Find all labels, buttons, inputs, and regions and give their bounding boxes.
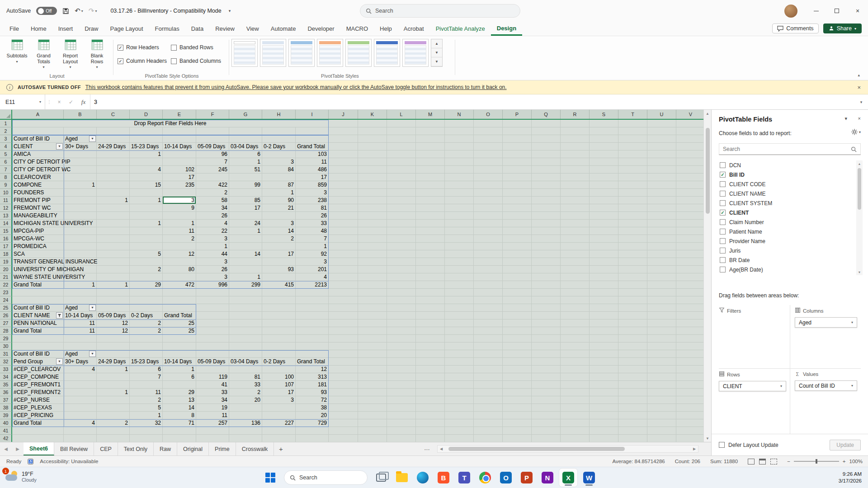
- cell-J18[interactable]: [329, 250, 358, 258]
- cell-B38[interactable]: [64, 404, 97, 412]
- row-header-41[interactable]: 41: [0, 427, 12, 435]
- pivot-style-swatch[interactable]: [288, 39, 315, 67]
- ribbon-tab-acrobat[interactable]: Acrobat: [398, 22, 430, 36]
- cell-I2[interactable]: [296, 127, 329, 135]
- cell-T36[interactable]: [618, 389, 647, 396]
- cell-O10[interactable]: [474, 189, 503, 197]
- cell-B24[interactable]: [64, 296, 97, 304]
- cell-R11[interactable]: [561, 197, 590, 204]
- cell-F8[interactable]: [196, 174, 229, 181]
- cell-L35[interactable]: [387, 381, 416, 389]
- field-dropdown-icon[interactable]: ▼: [89, 305, 96, 311]
- cell-N41[interactable]: [445, 427, 474, 435]
- cell-F19[interactable]: 3: [196, 258, 229, 266]
- row-header-7[interactable]: 7: [0, 166, 12, 174]
- column-header-V[interactable]: V: [676, 110, 703, 119]
- cell-H29[interactable]: [262, 335, 296, 343]
- cell-B10[interactable]: [64, 189, 97, 197]
- field-dropdown-icon[interactable]: ▼: [89, 136, 96, 142]
- cell-H8[interactable]: [262, 174, 296, 181]
- cell-O25[interactable]: [474, 304, 503, 312]
- cell-U30[interactable]: [647, 343, 676, 350]
- cell-T39[interactable]: [618, 412, 647, 419]
- cell-R18[interactable]: [561, 250, 590, 258]
- cell-P2[interactable]: [503, 127, 532, 135]
- cell-H15[interactable]: 14: [262, 227, 296, 235]
- cell-K31[interactable]: [358, 350, 387, 358]
- cell-J1[interactable]: [329, 120, 358, 127]
- cell-B26[interactable]: 10-14 Days: [64, 312, 97, 319]
- cell-S33[interactable]: [590, 366, 618, 373]
- cell-H6[interactable]: 3: [262, 158, 296, 166]
- cell-A18[interactable]: SCA: [12, 250, 64, 258]
- cell-T40[interactable]: [618, 419, 647, 427]
- cell-S22[interactable]: [590, 281, 618, 289]
- cell-P1[interactable]: [503, 120, 532, 127]
- cell-F11[interactable]: 58: [196, 197, 229, 204]
- cell-H12[interactable]: 21: [262, 204, 296, 212]
- cell-B35[interactable]: [64, 381, 97, 389]
- cell-B11[interactable]: [64, 197, 97, 204]
- cell-V23[interactable]: [676, 289, 703, 296]
- cell-O37[interactable]: [474, 396, 503, 404]
- cell-N40[interactable]: [445, 419, 474, 427]
- cell-J5[interactable]: [329, 150, 358, 158]
- cell-V30[interactable]: [676, 343, 703, 350]
- cell-C28[interactable]: 12: [97, 327, 130, 335]
- cell-E39[interactable]: 8: [163, 412, 196, 419]
- cell-M41[interactable]: [416, 427, 445, 435]
- cell-C39[interactable]: [97, 412, 130, 419]
- cell-I5[interactable]: 103: [296, 150, 329, 158]
- cell-H5[interactable]: [262, 150, 296, 158]
- cell-H11[interactable]: 90: [262, 197, 296, 204]
- cell-K28[interactable]: [358, 327, 387, 335]
- cell-P32[interactable]: [503, 358, 532, 366]
- cell-D25[interactable]: [130, 304, 163, 312]
- cell-B27[interactable]: 11: [64, 319, 97, 327]
- search-box[interactable]: Search: [360, 4, 520, 18]
- column-header-R[interactable]: R: [561, 110, 590, 119]
- cell-D20[interactable]: 2: [130, 266, 163, 273]
- cell-O31[interactable]: [474, 350, 503, 358]
- row-header-8[interactable]: 8: [0, 174, 12, 181]
- cell-V11[interactable]: [676, 197, 703, 204]
- cell-N5[interactable]: [445, 150, 474, 158]
- cell-F5[interactable]: 96: [196, 150, 229, 158]
- cell-E27[interactable]: 25: [163, 319, 196, 327]
- cell-F42[interactable]: [196, 435, 229, 442]
- ribbon-tab-help[interactable]: Help: [374, 22, 398, 36]
- cell-H26[interactable]: [262, 312, 296, 319]
- subtotals-button[interactable]: Subtotals▾: [5, 37, 29, 73]
- cell-U36[interactable]: [647, 389, 676, 396]
- row-header-34[interactable]: 34: [0, 373, 12, 381]
- cell-N10[interactable]: [445, 189, 474, 197]
- cell-E20[interactable]: 80: [163, 266, 196, 273]
- cell-S14[interactable]: [590, 220, 618, 227]
- cell-L40[interactable]: [387, 419, 416, 427]
- column-header-J[interactable]: J: [329, 110, 358, 119]
- cell-N14[interactable]: [445, 220, 474, 227]
- cell-P31[interactable]: [503, 350, 532, 358]
- brave-taskbar-icon[interactable]: B: [434, 469, 453, 487]
- field-checkbox[interactable]: [720, 257, 726, 263]
- cell-O30[interactable]: [474, 343, 503, 350]
- row-header-37[interactable]: 37: [0, 396, 12, 404]
- cell-R6[interactable]: [561, 158, 590, 166]
- cell-E16[interactable]: 2: [163, 235, 196, 243]
- cell-C36[interactable]: 1: [97, 389, 130, 396]
- field-item-juris[interactable]: Juris: [719, 246, 854, 255]
- sheet-tab-bill-review[interactable]: Bill Review: [54, 442, 94, 455]
- cell-Q41[interactable]: [532, 427, 561, 435]
- cell-Q36[interactable]: [532, 389, 561, 396]
- cell-H18[interactable]: 17: [262, 250, 296, 258]
- cell-K16[interactable]: [358, 235, 387, 243]
- cell-H17[interactable]: [262, 243, 296, 250]
- cell-O15[interactable]: [474, 227, 503, 235]
- rows-area[interactable]: Rows CLIENT▾: [719, 368, 790, 434]
- cell-T23[interactable]: [618, 289, 647, 296]
- cell-E34[interactable]: 6: [163, 373, 196, 381]
- cell-L25[interactable]: [387, 304, 416, 312]
- cell-J3[interactable]: [329, 135, 358, 143]
- cell-R9[interactable]: [561, 181, 590, 189]
- cell-I42[interactable]: [296, 435, 329, 442]
